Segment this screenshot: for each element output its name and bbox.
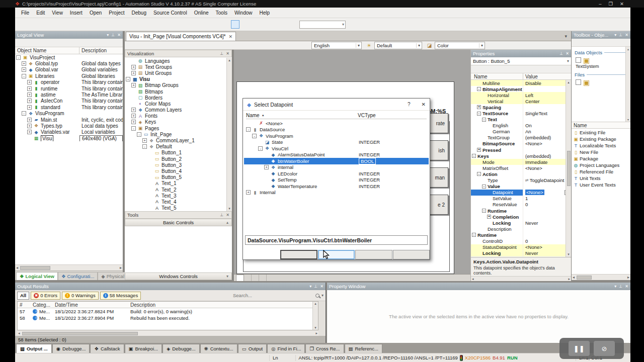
scroll-right-icon[interactable]: ▸ <box>315 331 317 335</box>
view-tab[interactable]: ❖Logical View <box>16 272 58 280</box>
toolbar-icon[interactable] <box>167 291 175 300</box>
toolbar-icon[interactable] <box>201 42 209 49</box>
expander-icon[interactable]: - <box>482 209 486 213</box>
filter-chip[interactable]: i58 Messages <box>100 292 141 300</box>
expander-icon[interactable]: - <box>477 112 481 116</box>
filter-chip[interactable]: All <box>17 292 29 300</box>
horizontal-scrollbar[interactable]: ◂▸ <box>471 276 571 281</box>
toolbar-icon[interactable] <box>26 20 34 29</box>
toolbar-icon[interactable] <box>439 20 447 29</box>
property-row[interactable]: German An▫ <box>471 129 571 135</box>
property-row[interactable]: -BitmapAlignment ▫ <box>471 86 571 92</box>
close-icon[interactable]: ✕ <box>620 1 624 7</box>
tool-icon[interactable] <box>171 228 182 238</box>
tree-row[interactable]: AText_3 <box>125 193 232 199</box>
toolbar-icon[interactable] <box>84 39 92 47</box>
column-header[interactable]: Description <box>79 47 107 54</box>
tree-row[interactable]: ◆btnWaterBoiler BOOL <box>244 158 429 164</box>
property-row[interactable]: Locking Never▫ <box>471 250 571 256</box>
column-header[interactable]: # <box>18 302 31 308</box>
toolbar-icon[interactable] <box>73 39 80 47</box>
tree-row[interactable]: ◍Languages <box>125 58 232 64</box>
expander-icon[interactable]: - <box>246 127 251 132</box>
toolbar-icon[interactable] <box>573 39 580 46</box>
expander-icon[interactable]: - <box>16 55 21 60</box>
tree-row[interactable]: +❖internal <box>244 164 429 171</box>
toolbar-icon[interactable] <box>107 39 114 47</box>
tree-row[interactable]: ▭Button_3 <box>125 162 232 168</box>
toolbar-icon[interactable] <box>430 20 439 29</box>
close-icon[interactable]: ✕ <box>226 51 229 56</box>
expander-icon[interactable]: - <box>472 233 476 237</box>
scroll-up-icon[interactable]: ▴ <box>228 58 230 62</box>
scroll-right-icon[interactable]: ▸ <box>120 265 122 270</box>
help-icon[interactable]: ? <box>408 102 411 107</box>
toolbar-icon[interactable] <box>508 66 515 73</box>
vertical-scrollbar[interactable]: ▴▾ <box>566 80 571 257</box>
toolbar-icon[interactable] <box>472 66 479 73</box>
pin-icon[interactable]: ⊥ <box>619 33 622 37</box>
table-row[interactable]: 57 iMe... 18/1/2022 3:36:27.8824 PM Buil… <box>18 308 318 315</box>
toolbar-icon[interactable] <box>256 20 264 29</box>
checkbox[interactable] <box>576 79 581 85</box>
toolbar-icon[interactable] <box>489 20 493 29</box>
expander-icon[interactable]: + <box>477 148 481 152</box>
toolbar-icon[interactable] <box>139 20 147 29</box>
toolbar-icon[interactable] <box>145 42 152 49</box>
tool-icon[interactable] <box>160 238 171 247</box>
column-header[interactable]: Object Name <box>15 47 79 54</box>
property-row[interactable]: ResetValue 0▫ <box>471 202 571 208</box>
tools-header[interactable]: Tools ⊥✕ <box>125 211 232 219</box>
toolbar-icon[interactable] <box>497 66 504 73</box>
tree-row[interactable]: +▮operator This library contain <box>15 79 123 85</box>
color-dropdown[interactable]: Color▾ <box>435 42 485 49</box>
toolbar-icon[interactable] <box>243 42 250 49</box>
expander-icon[interactable]: + <box>131 120 136 124</box>
expander-icon[interactable]: + <box>27 99 32 103</box>
pin-icon[interactable]: ⊥ <box>559 51 563 56</box>
toolbar-icon[interactable] <box>51 20 60 29</box>
list-item[interactable]: ▯Referenced File <box>572 168 630 175</box>
toolbar-icon[interactable] <box>591 39 598 46</box>
expander-icon[interactable]: + <box>131 114 136 118</box>
vertical-scrollbar[interactable]: ▴▾ <box>312 302 318 330</box>
tree-row[interactable]: ▭Button_4 <box>125 168 232 174</box>
toolbar-icon[interactable] <box>50 39 58 47</box>
tree-row[interactable]: +▰Main.st Init, cyclic, exit code <box>15 117 123 123</box>
toolbar-icon[interactable] <box>235 42 243 49</box>
expander-icon[interactable]: - <box>482 118 486 122</box>
toolbar-icon[interactable] <box>480 20 489 29</box>
filter-chip[interactable]: ✖0 Errors <box>31 292 60 300</box>
property-row[interactable]: -TextSource SingleText▫ <box>471 110 571 116</box>
close-icon[interactable]: ✕ <box>228 34 232 39</box>
toolbar-icon[interactable] <box>156 291 165 300</box>
tree-row[interactable]: -▣Libraries Global libraries <box>15 73 123 79</box>
pin-icon[interactable]: ⊥ <box>619 284 622 289</box>
scroll-down-icon[interactable]: ▾ <box>627 118 629 121</box>
visualization-header[interactable]: Visualization ⊥✕ <box>125 50 232 57</box>
column-header[interactable]: Value <box>523 73 538 79</box>
toolbar-icon[interactable] <box>189 20 198 29</box>
close-icon[interactable]: ✕ <box>117 33 121 37</box>
vertical-scrollbar[interactable]: ▴▾ <box>226 58 232 211</box>
toolbar-icon[interactable] <box>39 39 47 47</box>
chevron-down-icon[interactable]: ▾ <box>321 293 324 298</box>
datapoint-path-field[interactable]: DataSource.VisuProgram.VisuCtrl.btnWater… <box>245 235 428 245</box>
toolbar-icon[interactable] <box>302 42 310 49</box>
logical-view-header[interactable]: Logical View ▾ ⊥ ✕ <box>15 31 123 39</box>
property-row[interactable]: Horizontal Left▫ <box>471 92 571 98</box>
property-window-header[interactable]: Property Window ▾⊥✕ <box>327 283 630 290</box>
expander-icon[interactable]: - <box>22 111 26 116</box>
toolbar-icon[interactable] <box>580 39 587 46</box>
toolbar-icon[interactable] <box>389 20 397 29</box>
toolbar-icon[interactable] <box>134 42 141 49</box>
filter-chip[interactable]: !0 Warnings <box>62 292 99 300</box>
tree-row[interactable]: -▭Init_Page <box>125 131 232 137</box>
chevron-down-icon[interactable]: ▾ <box>614 284 616 289</box>
tool-icon[interactable] <box>127 238 138 247</box>
property-row[interactable]: +Pressed ▫ <box>471 147 571 153</box>
toolbar-icon[interactable] <box>80 20 89 29</box>
tool-icon[interactable] <box>160 247 171 257</box>
expander-icon[interactable]: - <box>22 74 26 78</box>
toolbar-icon[interactable] <box>130 20 139 29</box>
